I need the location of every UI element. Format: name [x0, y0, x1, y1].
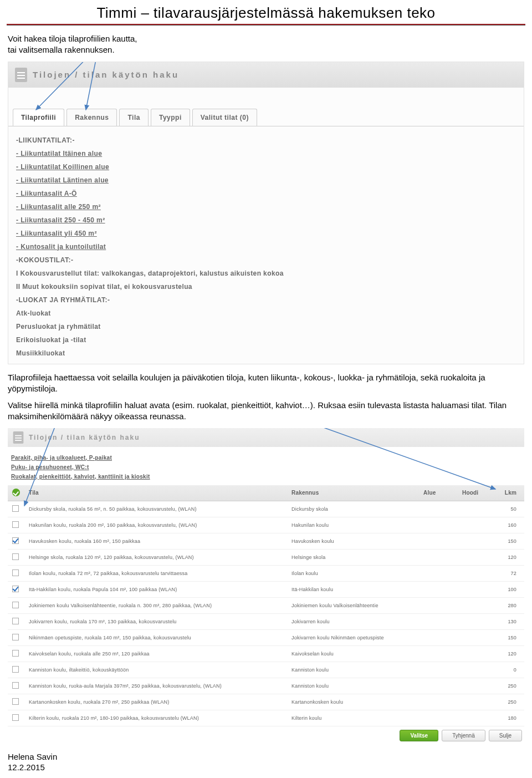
col-hoodi[interactable]: Hoodi	[458, 485, 497, 501]
cell-tila: Nikinmäen opetuspiste, ruokala 140 m², 1…	[24, 629, 287, 645]
tab-tilaprofiili[interactable]: Tilaprofiili	[13, 109, 64, 126]
cell-hoodi	[458, 662, 497, 678]
panel-header: Tilojen / tilan käytön haku	[8, 62, 524, 88]
check-all-icon[interactable]	[12, 489, 20, 496]
cell-hoodi	[458, 581, 497, 597]
profile-text: Erikoisluokat ja -tilat	[16, 336, 516, 344]
row-checkbox[interactable]	[12, 521, 19, 528]
cell-alue	[419, 533, 458, 549]
intro-line-1: Voit hakea tiloja tilaprofiilien kautta,	[8, 34, 137, 43]
cell-lkm: 0	[497, 662, 524, 678]
table-row[interactable]: Kaivokselan koulu, ruokala alle 250 m², …	[8, 645, 524, 662]
row-checkbox[interactable]	[12, 618, 19, 624]
cell-tila: Helsinge skola, ruokala 120 m², 120 paik…	[24, 549, 287, 565]
table-row[interactable]: Kanniston koulu, iltakeittiö, kokouskäyt…	[8, 662, 524, 678]
cell-rakennus: Dickursby skola	[287, 501, 419, 517]
cell-tila: Kaivokselan koulu, ruokala alle 250 m², …	[24, 645, 287, 662]
profile-link[interactable]: - Liikuntasalit A-Ö	[16, 190, 516, 197]
cell-rakennus: Kaivokselan koulu	[287, 645, 419, 662]
col-select[interactable]	[8, 485, 24, 501]
profile-link[interactable]: - Liikuntatilat Läntinen alue	[16, 176, 516, 184]
cell-alue	[419, 613, 458, 629]
cell-hoodi	[458, 501, 497, 517]
cell-alue	[419, 549, 458, 565]
table-row[interactable]: Kilterin koulu, ruokala 210 m², 180-190 …	[8, 710, 524, 726]
col-lkm[interactable]: Lkm	[497, 485, 524, 501]
cell-alue	[419, 565, 458, 581]
cell-hoodi	[458, 533, 497, 549]
cell-alue	[419, 678, 458, 694]
row-checkbox[interactable]	[12, 714, 19, 721]
col-rakennus[interactable]: Rakennus	[287, 485, 419, 501]
sublink-pukuhuoneet[interactable]: Puku- ja pesuhuoneet, WC:t	[11, 464, 521, 470]
row-checkbox[interactable]	[12, 682, 19, 689]
cell-tila: Jokiniemen koulu Valkoisenlähteentie, ru…	[24, 597, 287, 613]
profile-link[interactable]: - Kuntosalit ja kuntoilutilat	[16, 243, 516, 251]
list-group-header: -LUOKAT JA RYHMÄTILAT:-	[16, 296, 516, 304]
table-row[interactable]: Havukosken koulu, ruokala 160 m², 150 pa…	[8, 533, 524, 549]
document-title: Timmi – tilavarausjärjestelmässä hakemuk…	[0, 0, 532, 24]
footer-author: Helena Savin	[8, 752, 57, 761]
profile-link[interactable]: - Liikuntasalit yli 450 m²	[16, 230, 516, 237]
profile-text: I Kokousvarustellut tilat: valkokangas, …	[16, 269, 516, 277]
list-group-header: -LIIKUNTATILAT:-	[16, 136, 516, 144]
table-row[interactable]: Helsinge skola, ruokala 120 m², 120 paik…	[8, 549, 524, 565]
cell-rakennus: Jokivarren koulu	[287, 613, 419, 629]
cell-alue	[419, 597, 458, 613]
row-checkbox[interactable]	[12, 666, 19, 673]
tyhjenna-button[interactable]: Tyhjennä	[442, 730, 485, 741]
table-row[interactable]: Jokivarren koulu, ruokala 170 m², 130 pa…	[8, 613, 524, 629]
row-checkbox[interactable]	[12, 650, 19, 657]
profile-link[interactable]: - Liikuntasalit alle 250 m²	[16, 203, 516, 211]
profile-link[interactable]: - Liikuntatilat Itäinen alue	[16, 150, 516, 157]
sublink-ruokalat[interactable]: Ruokalat, pienkeittiöt, kahviot, kanttii…	[11, 474, 521, 480]
cell-lkm: 72	[497, 565, 524, 581]
sublink-parakit[interactable]: Parakit, piha- ja ulkoalueet, P-paikat	[11, 455, 521, 461]
sulje-button[interactable]: Sulje	[489, 730, 522, 741]
cell-hoodi	[458, 597, 497, 613]
cell-lkm: 280	[497, 597, 524, 613]
row-checkbox[interactable]	[12, 553, 19, 560]
profile-link[interactable]: - Liikuntatilat Koillinen alue	[16, 163, 516, 171]
button-row: Valitse Tyhjennä Sulje	[8, 726, 524, 743]
cell-alue	[419, 645, 458, 662]
cell-rakennus: Jokiniemen koulu Valkoisenlähteentie	[287, 597, 419, 613]
cell-alue	[419, 501, 458, 517]
profile-link[interactable]: - Liikuntasalit 250 - 450 m²	[16, 216, 516, 224]
row-checkbox[interactable]	[12, 698, 19, 705]
profile-link[interactable]: Musiikkiluokat	[16, 349, 516, 357]
room-table: Tila Rakennus Alue Hoodi Lkm Dickursby s…	[8, 485, 524, 726]
cell-tila: Havukosken koulu, ruokala 160 m², 150 pa…	[24, 533, 287, 549]
table-row[interactable]: Kanniston koulu, ruoka-aula Marjala 397m…	[8, 678, 524, 694]
cell-alue	[419, 710, 458, 726]
profile-link[interactable]: Atk-luokat	[16, 309, 516, 317]
row-checkbox[interactable]	[12, 505, 19, 512]
row-checkbox[interactable]	[12, 537, 19, 544]
row-checkbox[interactable]	[12, 634, 19, 640]
table-row[interactable]: Dickursby skola, ruokala 56 m², n. 50 pa…	[8, 501, 524, 517]
table-row[interactable]: Nikinmäen opetuspiste, ruokala 140 m², 1…	[8, 629, 524, 645]
table-row[interactable]: Jokiniemen koulu Valkoisenlähteentie, ru…	[8, 597, 524, 613]
row-checkbox[interactable]	[12, 569, 19, 576]
tab-tila[interactable]: Tila	[119, 109, 148, 126]
table-row[interactable]: Ilolan koulu, ruokala 72 m², 72 paikkaa,…	[8, 565, 524, 581]
table-row[interactable]: Itä-Hakkilan koulu, ruokala Papula 104 m…	[8, 581, 524, 597]
table-row[interactable]: Hakunilan koulu, ruokala 200 m², 160 pai…	[8, 517, 524, 533]
panel-header-title: Tilojen / tilan käytön haku	[33, 70, 179, 79]
cell-lkm: 50	[497, 501, 524, 517]
panel2-header: Tilojen / tilan käytön haku	[8, 428, 524, 447]
tab-valitut-tilat[interactable]: Valitut tilat (0)	[192, 109, 257, 126]
footer: Helena Savin 12.2.2015	[0, 747, 532, 775]
valitse-button[interactable]: Valitse	[400, 730, 438, 741]
col-tila[interactable]: Tila	[24, 485, 287, 501]
cell-alue	[419, 517, 458, 533]
cell-hoodi	[458, 629, 497, 645]
cell-tila: Dickursby skola, ruokala 56 m², n. 50 pa…	[24, 501, 287, 517]
tab-rakennus[interactable]: Rakennus	[66, 109, 117, 126]
table-row[interactable]: Kartanonkosken koulu, ruokala 270 m², 25…	[8, 694, 524, 710]
cell-hoodi	[458, 565, 497, 581]
tab-tyyppi[interactable]: Tyyppi	[151, 109, 190, 126]
row-checkbox[interactable]	[12, 602, 19, 608]
row-checkbox[interactable]	[12, 586, 19, 592]
col-alue[interactable]: Alue	[419, 485, 458, 501]
